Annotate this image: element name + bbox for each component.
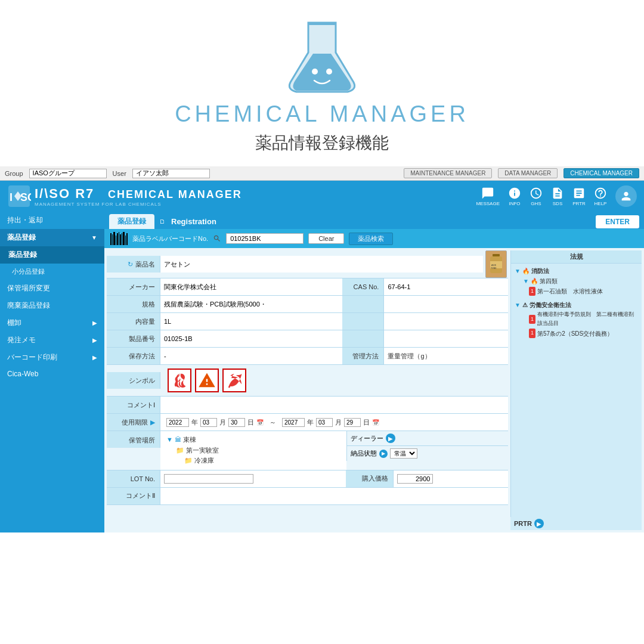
use-period-label: 使用期限 ▶: [107, 414, 160, 431]
calendar-to-icon[interactable]: 📅: [372, 419, 379, 426]
comment1-input[interactable]: [164, 398, 504, 411]
lot-input[interactable]: [164, 474, 253, 484]
57-text: 第57条の2（SDS交付義務）: [537, 329, 613, 339]
sidebar-item-cica-web[interactable]: Cica-Web: [0, 366, 104, 382]
comment2-value: [160, 488, 508, 504]
rodo-icon: ⚠: [522, 300, 528, 310]
sidebar-item-barcode[interactable]: バーコード印刷 ▶: [0, 349, 104, 366]
rodo-text: 労働安全衛生法: [530, 300, 571, 310]
prtr-play-button[interactable]: ▶: [534, 519, 544, 528]
cas-spacer: [342, 296, 384, 312]
management-text: 重量管理（g）: [388, 352, 431, 361]
logo-subtitle: MANAGEMENT SYSTEM FOR LAB CHEMICALS: [35, 202, 242, 207]
logo-app-name: I/\SO R7 CHEMICAL MANAGER: [35, 186, 242, 202]
prtr-icon-btn[interactable]: PRTR: [572, 187, 586, 206]
storage-state-label: 納品状態: [351, 449, 377, 458]
form-row-storage-place: 保管場所 ▼ 🏛 束棟 📁 第一実験室: [107, 431, 508, 470]
storage-input[interactable]: [164, 352, 224, 360]
enter-button[interactable]: ENTER: [596, 215, 639, 228]
form-row-product: 製品番号: [107, 330, 508, 348]
comment2-label: コメントⅡ: [107, 488, 160, 504]
maintenance-manager-button[interactable]: MAINTENANCE MANAGER: [404, 168, 492, 178]
law-sub-daiyon: ▼ 🔥 第四類: [515, 276, 638, 286]
tree-expand-icon[interactable]: ▼: [166, 435, 173, 445]
svg-text:TONE: TONE: [491, 267, 497, 270]
law-expand-icon: ▼: [515, 266, 521, 276]
law-section-rodo: ▼ ⚠ 労働安全衛生法: [515, 300, 638, 310]
yukiyo-text: 有機溶剤中毒予防規則 第二種有機溶剤該当品目: [537, 310, 638, 329]
sub-expand-icon: ▼: [523, 276, 529, 286]
form-row-symbol: シンボル: [107, 365, 508, 397]
svg-text:ACE: ACE: [491, 264, 497, 267]
comment1-value: [160, 397, 508, 413]
from-month-input[interactable]: [200, 418, 217, 427]
storage-place-label: 保管場所: [107, 431, 160, 448]
refresh-icon[interactable]: ↻: [128, 261, 133, 268]
sds-icon-btn[interactable]: SDS: [551, 187, 564, 206]
chemical-name-input[interactable]: [164, 261, 479, 268]
sidebar-item-yakuhin-touroku[interactable]: 薬品登録 ▼: [0, 229, 104, 246]
message-label: MESSAGE: [476, 201, 500, 206]
product-label: 製品番号: [107, 330, 160, 347]
app-wrapper: I SO I/\SO R7 CHEMICAL MANAGER MANAGEMEN…: [0, 181, 644, 532]
help-icon-btn[interactable]: HELP: [594, 187, 607, 206]
play-icon[interactable]: ▶: [150, 419, 155, 426]
registration-icon: 🗋: [159, 218, 165, 225]
dealer-label: ディーラー: [351, 434, 383, 443]
search-button[interactable]: 薬品検索: [349, 233, 393, 245]
tab-yakuhin-touroku[interactable]: 薬品登録: [109, 214, 154, 229]
sidebar-item-kobun-touroku[interactable]: 小分品登録: [0, 264, 104, 280]
purchase-price-input[interactable]: [397, 474, 433, 484]
form-row-spec: 規格: [107, 296, 508, 313]
barcode-search-icon: [213, 234, 221, 243]
app-subtitle: 薬品情報登録機能: [255, 132, 389, 154]
maker-input[interactable]: [164, 283, 339, 290]
content-input[interactable]: [164, 318, 212, 325]
system-bar: Group User MAINTENANCE MANAGER DATA MANA…: [0, 166, 644, 181]
chemical-manager-button[interactable]: CHEMICAL MANAGER: [564, 168, 639, 178]
info-icon-btn[interactable]: INFO: [508, 187, 521, 206]
empty-value: [384, 313, 508, 330]
svg-text:I: I: [10, 191, 13, 203]
logo-sub: I/\SO R7 CHEMICAL MANAGER MANAGEMENT SYS…: [35, 186, 242, 207]
data-manager-button[interactable]: DATA MANAGER: [498, 168, 558, 178]
user-input[interactable]: [132, 169, 210, 178]
message-icon-btn[interactable]: MESSAGE: [476, 187, 500, 206]
sidebar-item-yakuhin-touroku-sub[interactable]: 薬品登録: [0, 246, 104, 264]
to-month-input[interactable]: [316, 418, 333, 427]
prtr-row: PRTR ▶: [510, 517, 642, 530]
sidebar-item-haiki[interactable]: 廃棄薬品登録: [0, 297, 104, 314]
ghs-exclamation-symbol: [195, 369, 219, 392]
from-year-input[interactable]: [166, 418, 189, 427]
main-panel: 薬品登録 🗋 Registration ENTER: [104, 212, 644, 532]
storage-state-select[interactable]: 常温: [390, 448, 417, 459]
clear-button[interactable]: Clear: [308, 233, 344, 244]
group-input[interactable]: [29, 169, 107, 178]
sidebar-item-hachuumon[interactable]: 発注メモ ▶: [0, 332, 104, 349]
to-year-input[interactable]: [282, 418, 305, 427]
chevron-right-icon-3: ▶: [92, 354, 97, 361]
header-icons: MESSAGE INFO GHS SDS PRTR: [476, 185, 637, 207]
lot-label: LOT No.: [107, 470, 160, 487]
cas-input[interactable]: [388, 283, 504, 290]
content-value: [160, 313, 342, 330]
product-input[interactable]: [164, 335, 224, 342]
from-day-input[interactable]: [228, 418, 245, 427]
dealer-section: ディーラー ▶ 納品状態 ▶ 常温: [346, 431, 508, 461]
sidebar-item-tanaoroshi[interactable]: 棚卸 ▶: [0, 314, 104, 332]
tree-grandchild-icon: 📁: [184, 456, 193, 466]
comment2-input[interactable]: [164, 490, 504, 503]
calendar-from-icon[interactable]: 📅: [256, 419, 264, 426]
sidebar-item-hokan-henkou[interactable]: 保管場所変更: [0, 280, 104, 297]
profile-button[interactable]: [615, 185, 637, 207]
spec-input[interactable]: [164, 301, 339, 308]
symbol-value: [160, 365, 508, 396]
dealer-button[interactable]: ▶: [386, 434, 395, 443]
to-day-input[interactable]: [344, 418, 361, 427]
storage-state-play-button[interactable]: ▶: [379, 450, 388, 458]
ghs-icon-btn[interactable]: GHS: [530, 187, 543, 206]
chemical-image: ACE TONE: [485, 250, 507, 278]
barcode-input[interactable]: [226, 233, 304, 244]
ghs-label: GHS: [531, 201, 541, 206]
sidebar-item-checkout[interactable]: 持出・返却: [0, 212, 104, 229]
